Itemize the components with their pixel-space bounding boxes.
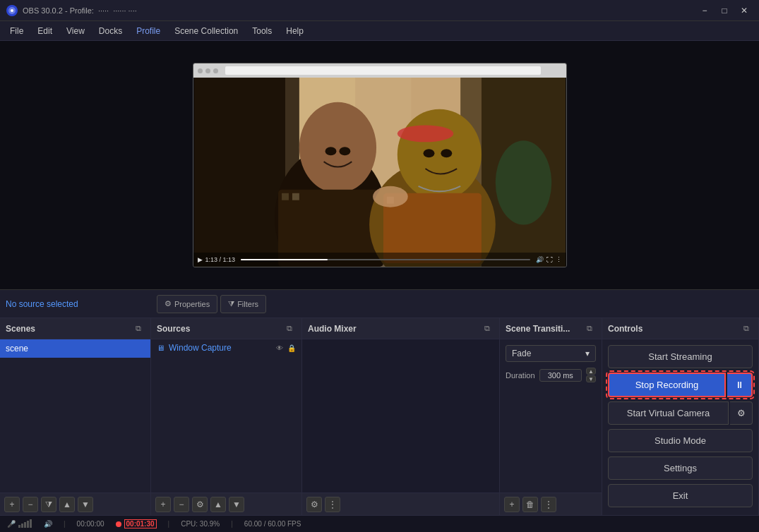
mic-status: 🎤: [7, 519, 32, 529]
cpu-label: CPU: 30.9%: [181, 520, 220, 528]
duration-value: 300 ms: [548, 371, 573, 380]
speaker-icon: 🔊: [44, 520, 52, 528]
menu-scene-collection[interactable]: Scene Collection: [167, 23, 245, 39]
audio-settings-button[interactable]: ⚙: [306, 497, 322, 512]
stop-recording-button[interactable]: Stop Recording: [608, 373, 726, 397]
move-source-up-button[interactable]: ▲: [210, 497, 226, 512]
move-scene-down-button[interactable]: ▼: [78, 497, 93, 512]
svg-point-24: [441, 149, 452, 157]
audio-popout-button[interactable]: ⧉: [481, 322, 494, 335]
duration-up-button[interactable]: ▲: [586, 368, 596, 375]
sources-header-icons: ⧉: [283, 322, 296, 335]
transitions-content: Fade ▾ Duration 300 ms ▲ ▼: [500, 339, 602, 492]
remove-scene-button[interactable]: −: [23, 497, 38, 512]
transition-duration-row: Duration 300 ms ▲ ▼: [506, 368, 596, 382]
rec-time-display: 00:01:30: [124, 519, 157, 528]
status-bar: 🎤 🔊 | 00:00:00 00:01:30 | CPU: 3: [0, 515, 759, 532]
source-settings-button[interactable]: ⚙: [192, 497, 208, 512]
controls-popout-button[interactable]: ⧉: [740, 322, 753, 335]
svg-rect-27: [24, 522, 26, 528]
add-source-button[interactable]: +: [155, 497, 171, 512]
preview-video-content: ▶ 1:13 / 1:13 🔊 ⛶ ⋮: [193, 78, 566, 267]
visibility-icon[interactable]: 👁: [276, 344, 283, 352]
close-button[interactable]: ✕: [735, 4, 753, 18]
settings-button[interactable]: Settings: [608, 457, 753, 480]
properties-tab[interactable]: ⚙ Properties: [157, 295, 217, 313]
virtual-camera-settings-button[interactable]: ⚙: [730, 401, 753, 425]
maximize-button[interactable]: □: [715, 4, 734, 18]
menu-docks[interactable]: Docks: [92, 23, 129, 39]
speaker-status: 🔊: [44, 520, 52, 528]
scene-filter-button[interactable]: ⧩: [41, 497, 56, 512]
menu-profile[interactable]: Profile: [129, 23, 167, 39]
add-transition-button[interactable]: +: [504, 497, 520, 512]
svg-point-23: [423, 149, 434, 157]
stream-time-label: 00:00:00: [77, 520, 104, 528]
audio-panel-header: Audio Mixer ⧉: [302, 318, 499, 339]
window-controls: − □ ✕: [695, 4, 753, 18]
add-scene-button[interactable]: +: [4, 497, 20, 512]
panels-row: Scenes ⧉ scene + − ⧩ ▲ ▼: [0, 318, 759, 515]
progress-fill: [241, 259, 328, 260]
svg-rect-26: [21, 524, 23, 528]
bottom-section: No source selected ⚙ Properties ⧩ Filter…: [0, 289, 759, 515]
remove-source-button[interactable]: −: [174, 497, 189, 512]
exit-button[interactable]: Exit: [608, 484, 753, 507]
move-source-down-button[interactable]: ▼: [229, 497, 244, 512]
audio-panel-title: Audio Mixer: [308, 324, 357, 334]
transitions-header-icons: ⧉: [583, 322, 596, 335]
sources-panel: Sources ⧉ 🖥 Window Capture 👁 🔒 + −: [151, 318, 302, 515]
start-virtual-camera-button[interactable]: Start Virtual Camera: [608, 401, 729, 425]
remove-transition-button[interactable]: 🗑: [522, 497, 538, 512]
menu-help[interactable]: Help: [279, 23, 311, 39]
browser-toolbar: [193, 64, 566, 78]
lock-icon[interactable]: 🔒: [287, 344, 296, 352]
transitions-toolbar: + 🗑 ⋮: [500, 492, 602, 515]
fps-display: 60.00 / 60.00 FPS: [244, 520, 301, 528]
transitions-popout-button[interactable]: ⧉: [583, 322, 596, 335]
filters-tab[interactable]: ⧩ Filters: [220, 295, 266, 313]
gear-icon: ⚙: [165, 299, 172, 308]
source-item-window-capture[interactable]: 🖥 Window Capture 👁 🔒: [151, 339, 301, 356]
browser-url-bar: [225, 66, 541, 75]
properties-tab-label: Properties: [174, 300, 210, 308]
properties-bar: No source selected ⚙ Properties ⧩ Filter…: [0, 290, 759, 318]
sources-panel-title: Sources: [157, 324, 190, 334]
svg-point-11: [299, 102, 376, 193]
properties-tabs: ⚙ Properties ⧩ Filters: [151, 290, 272, 318]
scenes-panel-title: Scenes: [6, 324, 35, 334]
rec-indicator: [116, 521, 121, 527]
svg-point-20: [373, 186, 408, 207]
volume-icon: 🔊: [536, 256, 544, 263]
no-source-area: No source selected: [0, 299, 151, 309]
transition-type-select[interactable]: Fade ▾: [506, 345, 596, 362]
audio-toolbar: ⚙ ⋮: [302, 492, 499, 515]
menu-view[interactable]: View: [59, 23, 92, 39]
minimize-button[interactable]: −: [695, 4, 714, 18]
move-scene-up-button[interactable]: ▲: [59, 497, 75, 512]
svg-point-21: [325, 147, 336, 155]
main-content: ▶ 1:13 / 1:13 🔊 ⛶ ⋮ No source selected: [0, 41, 759, 532]
filters-tab-label: Filters: [237, 300, 258, 308]
stop-recording-row: Stop Recording ⏸: [608, 373, 753, 397]
app-title: OBS 30.0.2 - Profile:: [23, 6, 94, 15]
svg-point-16: [397, 109, 481, 200]
scenes-popout-button[interactable]: ⧉: [132, 322, 145, 335]
filter-icon: ⧩: [228, 299, 234, 308]
fps-status: 60.00 / 60.00 FPS: [244, 520, 301, 528]
svg-point-2: [11, 9, 13, 12]
duration-down-button[interactable]: ▼: [586, 375, 596, 382]
audio-more-button[interactable]: ⋮: [325, 497, 340, 512]
studio-mode-button[interactable]: Studio Mode: [608, 429, 753, 452]
duration-input[interactable]: 300 ms: [539, 369, 582, 382]
audio-mixer-content: [302, 339, 499, 492]
menu-tools[interactable]: Tools: [245, 23, 279, 39]
sources-popout-button[interactable]: ⧉: [283, 322, 296, 335]
start-streaming-button[interactable]: Start Streaming: [608, 345, 753, 368]
menu-file[interactable]: File: [3, 23, 30, 39]
pause-recording-button[interactable]: ⏸: [727, 373, 753, 397]
scene-item-scene[interactable]: scene: [0, 339, 150, 358]
transition-more-button[interactable]: ⋮: [541, 497, 556, 512]
menu-edit[interactable]: Edit: [30, 23, 59, 39]
transitions-panel-header: Scene Transiti... ⧉: [500, 318, 602, 339]
